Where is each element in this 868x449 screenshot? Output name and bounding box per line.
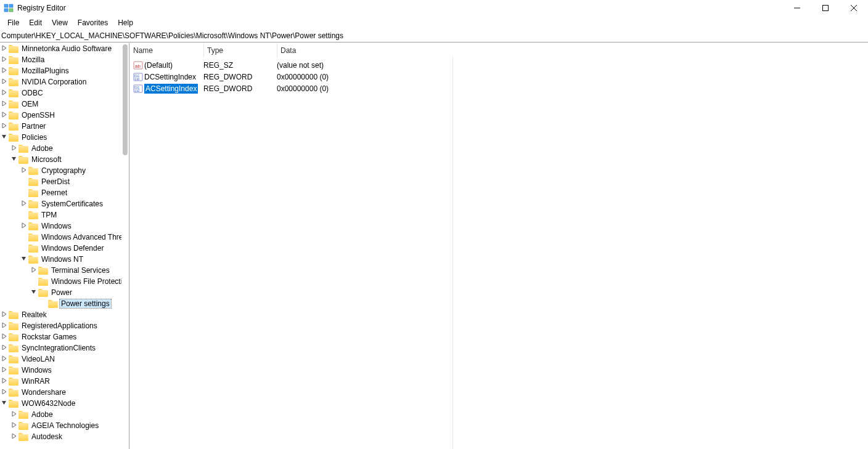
tree-node-label: NVIDIA Corporation — [20, 78, 88, 86]
tree-node[interactable]: Mozilla — [0, 54, 121, 65]
tree-node[interactable]: Terminal Services — [0, 265, 121, 276]
tree-node[interactable]: Adobe — [0, 409, 121, 420]
svg-rect-1 — [9, 4, 13, 7]
expand-collapsed-icon[interactable] — [30, 289, 38, 296]
expand-collapsed-icon[interactable] — [0, 400, 9, 407]
reg-dword-icon: 011110 — [133, 72, 143, 82]
list-pane[interactable]: Name Type Data ab(Default)REG_SZ(value n… — [129, 43, 868, 449]
expand-icon[interactable] — [0, 100, 9, 108]
list-row[interactable]: 011110ACSettingIndexREG_DWORD0x00000000 … — [129, 83, 868, 94]
tree-node[interactable]: ODBC — [0, 87, 121, 99]
menu-help[interactable]: Help — [113, 17, 138, 28]
tree-node[interactable]: Adobe — [0, 143, 121, 154]
value-name: ACSettingIndex — [144, 84, 203, 94]
expand-icon[interactable] — [0, 111, 9, 119]
window-controls — [783, 0, 868, 16]
tree-node[interactable]: OEM — [0, 99, 121, 110]
tree-node[interactable]: AGEIA Technologies — [0, 420, 121, 431]
tree-node[interactable]: SyncIntegrationClients — [0, 342, 121, 354]
expand-icon[interactable] — [0, 389, 9, 396]
tree-node[interactable]: Power settings — [0, 298, 121, 309]
tree-node[interactable]: WinRAR — [0, 376, 121, 387]
minimize-button[interactable] — [783, 0, 811, 16]
title-bar: Registry Editor — [0, 0, 868, 16]
maximize-button[interactable] — [811, 0, 840, 16]
folder-icon — [18, 156, 28, 164]
tree-node[interactable]: Minnetonka Audio Software — [0, 43, 121, 54]
expand-icon[interactable] — [10, 433, 18, 440]
svg-rect-0 — [4, 4, 8, 7]
tree-node[interactable]: Peernet — [0, 187, 121, 198]
tree-scrollbar[interactable] — [121, 44, 129, 167]
expand-icon[interactable] — [10, 411, 18, 418]
folder-icon — [18, 145, 28, 153]
column-type[interactable]: Type — [203, 46, 277, 55]
tree-node[interactable]: Cryptography — [0, 165, 121, 176]
expand-icon[interactable] — [0, 45, 9, 52]
tree-node[interactable]: TPM — [0, 209, 121, 220]
tree-node[interactable]: OpenSSH — [0, 110, 121, 121]
expand-icon[interactable] — [20, 167, 28, 174]
tree-node[interactable]: Windows — [0, 365, 121, 376]
expand-icon[interactable] — [0, 333, 9, 341]
menu-edit[interactable]: Edit — [24, 17, 47, 28]
expand-icon[interactable] — [0, 311, 9, 318]
tree-node[interactable]: NVIDIA Corporation — [0, 76, 121, 87]
menu-file[interactable]: File — [2, 17, 24, 28]
expand-icon[interactable] — [0, 366, 9, 374]
tree-node[interactable]: Policies — [0, 132, 121, 143]
list-row[interactable]: ab(Default)REG_SZ(value not set) — [129, 59, 868, 71]
tree-pane[interactable]: Minnetonka Audio SoftwareMozillaMozillaP… — [0, 43, 129, 449]
expand-icon[interactable] — [10, 422, 18, 429]
expand-icon[interactable] — [0, 56, 9, 63]
expand-icon[interactable] — [20, 222, 28, 230]
tree-node-label: TPM — [40, 211, 58, 219]
tree-node[interactable]: Rockstar Games — [0, 331, 121, 342]
expand-icon[interactable] — [0, 89, 9, 97]
expand-icon[interactable] — [0, 378, 9, 385]
folder-icon — [9, 45, 18, 53]
column-name[interactable]: Name — [129, 46, 203, 55]
tree-node-label: RegisteredApplications — [20, 322, 99, 330]
rename-input[interactable]: ACSettingIndex — [144, 84, 198, 94]
expand-icon[interactable] — [10, 145, 18, 152]
tree-node[interactable]: PeerDist — [0, 176, 121, 187]
tree-node[interactable]: Power — [0, 287, 121, 298]
expand-collapsed-icon[interactable] — [20, 256, 28, 263]
close-button[interactable] — [840, 0, 868, 16]
expand-icon[interactable] — [20, 200, 28, 208]
list-row[interactable]: 011110DCSettingIndexREG_DWORD0x00000000 … — [129, 71, 868, 83]
tree-node[interactable]: WOW6432Node — [0, 398, 121, 409]
folder-icon — [9, 67, 18, 75]
menu-view[interactable]: View — [47, 17, 73, 28]
tree-node[interactable]: SystemCertificates — [0, 198, 121, 209]
tree-node[interactable]: VideoLAN — [0, 354, 121, 365]
column-data[interactable]: Data — [277, 46, 868, 55]
expand-collapsed-icon[interactable] — [10, 156, 18, 163]
expand-icon[interactable] — [0, 322, 9, 330]
tree-scrollbar-thumb[interactable] — [123, 44, 128, 155]
tree-node[interactable]: Windows NT — [0, 254, 121, 265]
tree-node[interactable]: Windows Advanced Threat Protection — [0, 232, 121, 243]
tree-node[interactable]: Windows File Protection — [0, 276, 121, 287]
tree-node[interactable]: Windows Defender — [0, 243, 121, 254]
expand-icon[interactable] — [30, 267, 38, 274]
address-bar[interactable]: Computer\HKEY_LOCAL_MACHINE\SOFTWARE\Pol… — [0, 30, 868, 42]
expand-icon[interactable] — [0, 355, 9, 363]
tree-node[interactable]: Realtek — [0, 309, 121, 320]
tree-node[interactable]: Microsoft — [0, 154, 121, 165]
column-divider[interactable] — [203, 43, 204, 58]
expand-icon[interactable] — [0, 78, 9, 86]
tree-node[interactable]: MozillaPlugins — [0, 65, 121, 76]
tree-node[interactable]: Wondershare — [0, 387, 121, 398]
expand-collapsed-icon[interactable] — [0, 134, 9, 141]
tree-node[interactable]: RegisteredApplications — [0, 320, 121, 331]
tree-node[interactable]: Partner — [0, 121, 121, 132]
expand-icon[interactable] — [0, 344, 9, 352]
column-divider[interactable] — [277, 43, 277, 58]
tree-node[interactable]: Windows — [0, 220, 121, 232]
expand-icon[interactable] — [0, 67, 9, 75]
menu-favorites[interactable]: Favorites — [73, 17, 113, 28]
tree-node[interactable]: Autodesk — [0, 431, 121, 442]
expand-icon[interactable] — [0, 123, 9, 130]
